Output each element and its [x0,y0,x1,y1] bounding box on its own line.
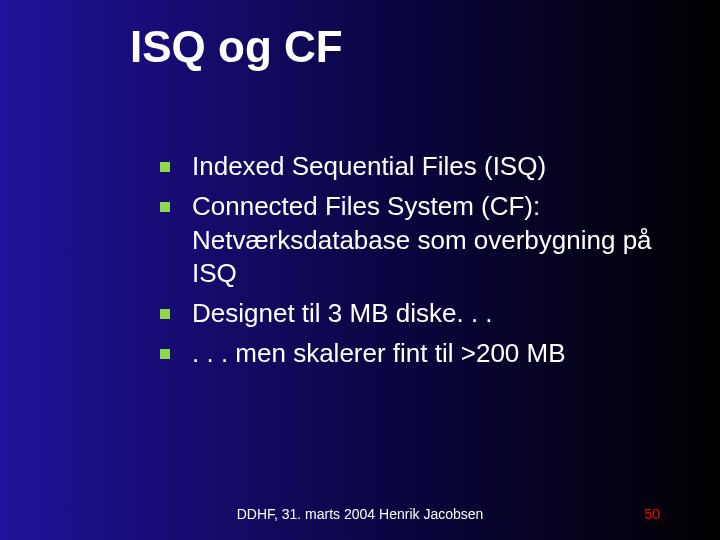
bullet-icon [160,309,170,319]
list-item: . . . men skalerer fint til >200 MB [160,337,660,371]
list-item: Indexed Sequential Files (ISQ) [160,150,660,184]
list-item: Designet til 3 MB diske. . . [160,297,660,331]
bullet-icon [160,202,170,212]
bullet-text: . . . men skalerer fint til >200 MB [192,337,660,371]
bullet-list: Indexed Sequential Files (ISQ) Connected… [160,150,660,377]
bullet-text: Indexed Sequential Files (ISQ) [192,150,660,184]
bullet-text: Designet til 3 MB diske. . . [192,297,660,331]
bullet-icon [160,349,170,359]
bullet-icon [160,162,170,172]
page-number: 50 [644,506,660,522]
slide: ISQ og CF Indexed Sequential Files (ISQ)… [0,0,720,540]
bullet-text: Connected Files System (CF): Netværksdat… [192,190,660,291]
list-item: Connected Files System (CF): Netværksdat… [160,190,660,291]
slide-title: ISQ og CF [130,22,343,72]
footer-text: DDHF, 31. marts 2004 Henrik Jacobsen [0,506,720,522]
